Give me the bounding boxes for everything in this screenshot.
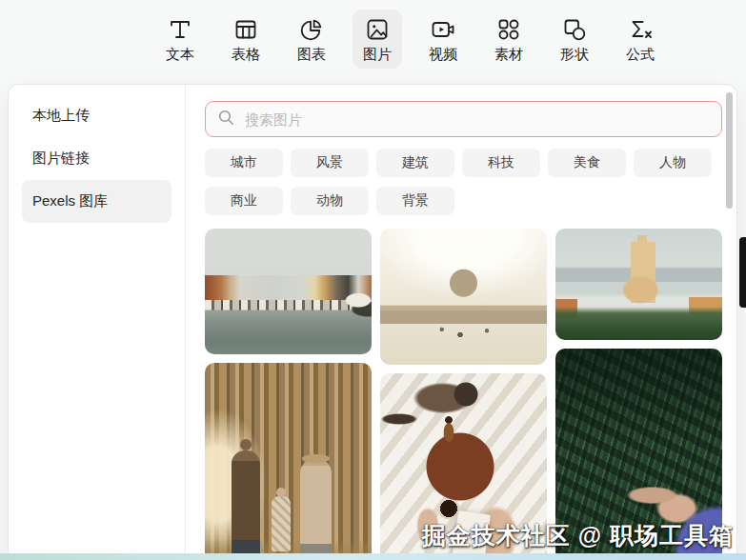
edge-dark-element (739, 237, 746, 308)
text-icon (167, 16, 193, 43)
toolbar-item-table[interactable]: 表格 (221, 10, 271, 69)
toolbar-item-shape[interactable]: 形状 (550, 10, 599, 69)
sidebar-item-label: Pexels 图库 (32, 192, 108, 210)
toolbar-item-label: 视频 (429, 46, 457, 63)
toolbar-item-chart[interactable]: 图表 (287, 10, 336, 69)
image-picker-panel: 本地上传 图片链接 Pexels 图库 城市 风景 建筑 科技 美食 人物 商业… (8, 84, 737, 560)
video-icon (430, 16, 456, 43)
tag-animal[interactable]: 动物 (291, 187, 369, 215)
photo-family-forest-walk[interactable] (205, 363, 372, 560)
watermark-text: 掘金技术社区 @ 职场工具箱 (422, 520, 734, 551)
toolbar-item-label: 图片 (363, 46, 392, 63)
toolbar-item-label: 素材 (494, 46, 523, 63)
tag-city[interactable]: 城市 (205, 149, 283, 177)
photo-grid-column (380, 229, 547, 560)
sidebar-item-label: 本地上传 (32, 107, 90, 125)
photo-grid-column (205, 229, 372, 560)
figure-man (232, 450, 260, 557)
sidebar-item-image-link[interactable]: 图片链接 (22, 137, 171, 180)
toolbar-item-label: 形状 (560, 46, 589, 63)
search-icon (217, 109, 234, 130)
formula-icon (627, 16, 654, 43)
insert-toolbar: 文本 表格 图表 图片 视频 素材 形状 公式 (0, 0, 746, 84)
table-icon (232, 16, 259, 43)
image-icon (364, 16, 391, 43)
category-tag-list: 城市 风景 建筑 科技 美食 人物 商业 动物 背景 (205, 149, 722, 215)
photo-grid (205, 229, 722, 560)
sidebar-item-local-upload[interactable]: 本地上传 (22, 94, 171, 137)
toolbar-item-image[interactable]: 图片 (353, 10, 402, 69)
search-input[interactable] (243, 110, 710, 129)
toolbar-item-video[interactable]: 视频 (418, 10, 468, 69)
chart-icon (298, 16, 325, 43)
photo-grid-column (555, 229, 722, 560)
photo-st-peters-square[interactable] (380, 229, 547, 365)
photo-canal-boats[interactable] (205, 229, 372, 354)
sidebar-item-pexels-library[interactable]: Pexels 图库 (22, 180, 171, 223)
figure-woman (300, 458, 332, 555)
toolbar-item-assets[interactable]: 素材 (484, 10, 534, 69)
tag-people[interactable]: 人物 (634, 149, 712, 177)
image-source-sidebar: 本地上传 图片链接 Pexels 图库 (9, 85, 186, 560)
tag-business[interactable]: 商业 (205, 187, 283, 215)
toolbar-item-label: 文本 (166, 46, 194, 63)
photo-hillside-cathedral[interactable] (555, 229, 722, 340)
toolbar-item-label: 图表 (297, 46, 326, 63)
assets-icon (495, 16, 522, 43)
image-search-bar (205, 101, 722, 137)
tag-technology[interactable]: 科技 (462, 149, 540, 177)
tag-background[interactable]: 背景 (376, 187, 454, 215)
tag-landscape[interactable]: 风景 (291, 149, 369, 177)
toolbar-item-label: 公式 (626, 46, 655, 63)
shape-icon (561, 16, 588, 43)
sidebar-item-label: 图片链接 (32, 150, 90, 168)
toolbar-item-formula[interactable]: 公式 (615, 10, 665, 69)
toolbar-item-label: 表格 (232, 46, 260, 63)
figure-child (272, 496, 291, 551)
toolbar-item-text[interactable]: 文本 (155, 10, 205, 69)
panel-scrollbar-thumb[interactable] (726, 92, 733, 209)
bottom-gradient-strip (0, 553, 746, 560)
tag-food[interactable]: 美食 (548, 149, 626, 177)
tag-architecture[interactable]: 建筑 (376, 149, 454, 177)
pexels-library-pane: 城市 风景 建筑 科技 美食 人物 商业 动物 背景 (186, 85, 736, 560)
